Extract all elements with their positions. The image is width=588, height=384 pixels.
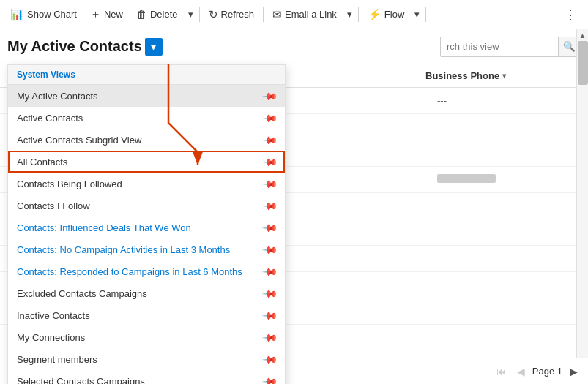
pin-icon: 📌 [261, 131, 278, 148]
pin-icon: 📌 [261, 197, 278, 214]
dropdown-item-responded-campaigns[interactable]: Contacts: Responded to Campaigns in Last… [8, 260, 285, 282]
pin-icon: 📌 [261, 372, 278, 384]
scrollbar-track [577, 41, 589, 372]
flow-chevron[interactable]: ▾ [412, 5, 423, 23]
dropdown-item-selected-contacts-campaigns[interactable]: Selected Contacts Campaigns 📌 [8, 370, 285, 384]
more-button[interactable]: ⋮ [558, 3, 584, 26]
refresh-icon: ↻ [209, 8, 218, 21]
email-chevron[interactable]: ▾ [344, 5, 355, 23]
row-phone: --- [437, 95, 569, 106]
dropdown-item-no-campaign-activities[interactable]: Contacts: No Campaign Activities in Last… [8, 238, 285, 260]
dropdown-item-contacts-being-followed[interactable]: Contacts Being Followed 📌 [8, 173, 285, 195]
pin-icon: 📌 [261, 263, 278, 279]
pin-icon: 📌 [261, 285, 278, 301]
view-title-text: My Active Contacts [7, 38, 142, 55]
show-chart-button[interactable]: 📊 Show Chart [4, 4, 83, 25]
column-business-phone[interactable]: Business Phone ▾ [425, 70, 557, 81]
chart-icon: 📊 [10, 8, 24, 21]
delete-button[interactable]: 🗑 Delete [130, 4, 184, 24]
dropdown-item-active-contacts-subgrid[interactable]: Active Contacts Subgrid View 📌 [8, 129, 285, 151]
phone-sort-icon[interactable]: ▾ [502, 72, 506, 80]
pin-icon: 📌 [261, 328, 278, 345]
prev-page-button[interactable]: ◀ [514, 364, 528, 379]
pin-icon: 📌 [261, 350, 278, 367]
dropdown-item-excluded-contacts-campaigns[interactable]: Excluded Contacts Campaigns 📌 [8, 282, 285, 304]
view-title-area: My Active Contacts ▾ [7, 38, 163, 56]
dropdown-item-contacts-influenced-deals[interactable]: Contacts: Influenced Deals That We Won 📌 [8, 217, 285, 238]
flow-icon: ⚡ [368, 8, 382, 21]
scrollbar-up-button[interactable]: ▲ [577, 29, 589, 41]
search-box: 🔍 [440, 37, 581, 57]
pagination: ⏮ ◀ Page 1 ▶ [494, 364, 581, 379]
dropdown-item-all-contacts[interactable]: All Contacts 📌 [8, 151, 285, 173]
vertical-scrollbar[interactable]: ▲ ▼ [576, 29, 588, 384]
pin-icon: 📌 [261, 87, 278, 104]
views-dropdown: System Views My Active Contacts 📌 Active… [7, 64, 286, 384]
email-icon: ✉ [272, 8, 282, 21]
dropdown-section-title: System Views [8, 65, 285, 85]
search-area: 🔍 [440, 37, 581, 57]
pin-icon: 📌 [261, 175, 278, 192]
search-input[interactable] [441, 41, 558, 52]
pin-icon: 📌 [261, 241, 278, 257]
divider-1 [199, 7, 200, 22]
view-title-chevron[interactable]: ▾ [145, 38, 163, 56]
trash-icon: 🗑 [136, 8, 147, 20]
delete-chevron[interactable]: ▾ [185, 5, 196, 23]
row-phone [437, 174, 569, 185]
dropdown-item-inactive-contacts[interactable]: Inactive Contacts 📌 [8, 304, 285, 326]
pin-icon: 📌 [261, 109, 278, 126]
toolbar: 📊 Show Chart ＋ New 🗑 Delete ▾ ↻ Refresh … [0, 0, 588, 29]
page-label: Page 1 [532, 366, 562, 377]
dropdown-item-active-contacts[interactable]: Active Contacts 📌 [8, 107, 285, 129]
dropdown-item-contacts-i-follow[interactable]: Contacts I Follow 📌 [8, 195, 285, 217]
email-link-button[interactable]: ✉ Email a Link [267, 4, 343, 25]
header-row: My Active Contacts ▾ 🔍 [0, 29, 588, 64]
first-page-button[interactable]: ⏮ [494, 364, 510, 379]
divider-4 [425, 7, 426, 22]
new-button[interactable]: ＋ New [84, 4, 129, 25]
pin-icon: 📌 [261, 153, 278, 170]
divider-2 [263, 7, 264, 22]
plus-icon: ＋ [90, 7, 101, 21]
scrollbar-thumb[interactable] [578, 41, 588, 85]
divider-3 [358, 7, 359, 22]
dropdown-item-my-active-contacts[interactable]: My Active Contacts 📌 [8, 85, 285, 107]
pin-icon: 📌 [261, 306, 278, 323]
dropdown-item-my-connections[interactable]: My Connections 📌 [8, 326, 285, 348]
dropdown-item-segment-members[interactable]: Segment members 📌 [8, 348, 285, 370]
next-page-button[interactable]: ▶ [567, 364, 581, 379]
refresh-button[interactable]: ↻ Refresh [203, 4, 261, 25]
pin-icon: 📌 [261, 219, 278, 236]
flow-button[interactable]: ⚡ Flow [362, 4, 410, 25]
